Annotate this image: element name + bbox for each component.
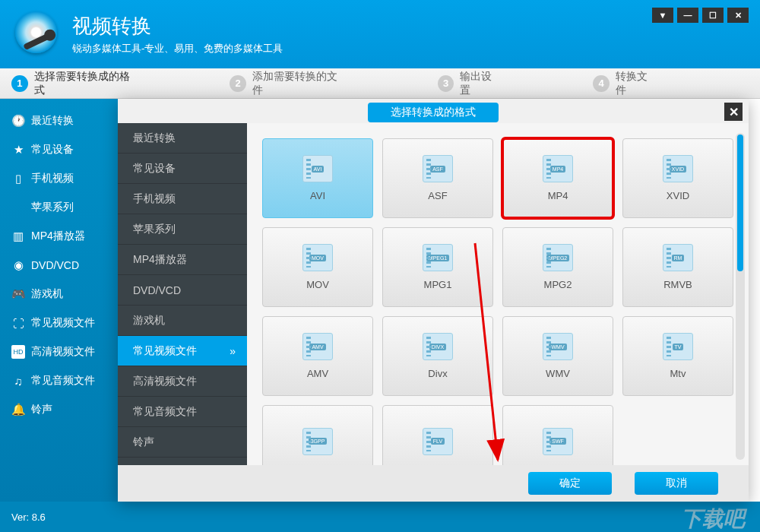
- format-label: WMV: [546, 368, 570, 379]
- step-1[interactable]: 1 选择需要转换成的格式: [11, 70, 138, 97]
- bell-icon: 🔔: [11, 403, 25, 416]
- format-label: AMV: [307, 368, 328, 379]
- cancel-button[interactable]: 取消: [635, 472, 718, 495]
- sidebar-item-audio[interactable]: ♫常见音频文件: [0, 366, 118, 395]
- step-num-badge: 3: [438, 75, 454, 92]
- app-subtitle: 锐动多媒体工具-专业、易用、免费的多媒体工具: [72, 42, 283, 55]
- sidebar-item-dvd[interactable]: ◉DVD/VCD: [0, 251, 118, 280]
- dialog-sidebar-item[interactable]: 游戏机: [118, 306, 247, 336]
- format-card-mov[interactable]: MOVMOV: [262, 227, 373, 307]
- format-card-asf[interactable]: ASFASF: [382, 138, 493, 218]
- dialog-footer: 确定 取消: [118, 465, 749, 502]
- dialog-sidebar-item[interactable]: 常见视频文件: [118, 336, 247, 366]
- dialog-title: 选择转换成的格式: [368, 103, 499, 122]
- sidebar-item-label: MP4播放器: [31, 230, 85, 243]
- sidebar-item-label: 手机视频: [31, 172, 74, 185]
- logo-area: 视频转换 锐动多媒体工具-专业、易用、免费的多媒体工具: [15, 11, 283, 57]
- scrollbar[interactable]: [736, 133, 745, 460]
- dialog-sidebar-item[interactable]: 常见音频文件: [118, 397, 247, 427]
- step-3[interactable]: 3 输出设置: [438, 70, 502, 97]
- format-card-amv[interactable]: AMVAMV: [262, 316, 373, 396]
- format-card-mpg2[interactable]: MPEG2MPG2: [502, 227, 613, 307]
- version-label: Ver: 8.6: [11, 511, 46, 523]
- sidebar-item-label: DVD/VCD: [31, 259, 79, 271]
- sidebar-item-phone[interactable]: ▯手机视频: [0, 164, 118, 193]
- dialog-sidebar-item[interactable]: 铃声: [118, 427, 247, 458]
- dropdown-button[interactable]: ▼: [652, 8, 673, 23]
- step-2[interactable]: 2 添加需要转换的文件: [230, 70, 347, 97]
- dialog-sidebar-item[interactable]: 手机视频: [118, 184, 247, 214]
- sidebar-item-label: 最近转换: [31, 114, 74, 128]
- dialog-sidebar-item[interactable]: 苹果系列: [118, 214, 247, 245]
- dialog-close-button[interactable]: ✕: [724, 103, 743, 121]
- sidebar-item-ringtone[interactable]: 🔔铃声: [0, 395, 118, 424]
- format-file-icon: ASF: [423, 155, 453, 182]
- sidebar-item-game[interactable]: 🎮游戏机: [0, 280, 118, 309]
- minimize-button[interactable]: —: [677, 8, 698, 23]
- hd-icon: HD: [11, 345, 25, 359]
- dialog-sidebar-item[interactable]: 高清视频文件: [118, 366, 247, 397]
- bars-icon: ▥: [11, 230, 25, 243]
- sidebar-item-label: 高清视频文件: [31, 345, 95, 359]
- format-file-icon: TV: [663, 333, 693, 360]
- sidebar-item-label: 常见视频文件: [31, 316, 95, 330]
- music-icon: ♫: [11, 374, 25, 388]
- format-card-rmvb[interactable]: RMRMVB: [622, 227, 733, 307]
- format-file-icon: MPEG2: [543, 244, 573, 271]
- watermark: 下载吧: [681, 505, 745, 532]
- format-card-swf[interactable]: SWF: [502, 405, 613, 465]
- format-card-xvid[interactable]: XVIDXVID: [622, 138, 733, 218]
- scrollbar-thumb[interactable]: [737, 135, 743, 271]
- disc-icon: ◉: [11, 258, 25, 272]
- format-card-wmv[interactable]: WMVWMV: [502, 316, 613, 396]
- footer: Ver: 8.6: [0, 502, 760, 532]
- step-num-badge: 2: [230, 75, 246, 92]
- dialog-titlebar: 选择转换成的格式 ✕: [118, 99, 749, 123]
- format-label: XVID: [667, 190, 689, 201]
- format-card-mp4[interactable]: MP4MP4: [502, 138, 613, 218]
- sidebar-item-hd[interactable]: HD高清视频文件: [0, 337, 118, 366]
- maximize-button[interactable]: ☐: [702, 8, 724, 23]
- step-4[interactable]: 4 转换文件: [593, 70, 657, 97]
- format-card-mtv[interactable]: TVMtv: [622, 316, 733, 396]
- format-label: MOV: [306, 279, 329, 290]
- dialog-sidebar-item[interactable]: 最近转换: [118, 123, 247, 154]
- sidebar-item-mp4player[interactable]: ▥MP4播放器: [0, 222, 118, 251]
- dialog-sidebar-item[interactable]: DVD/VCD: [118, 275, 247, 306]
- sidebar-item-label: 常见音频文件: [31, 374, 95, 388]
- ok-button[interactable]: 确定: [528, 472, 612, 495]
- star-icon: ★: [11, 143, 25, 157]
- format-label: Divx: [428, 368, 447, 379]
- format-card-avi[interactable]: AVIAVI: [262, 138, 373, 218]
- format-card-divx[interactable]: DIVXDivx: [382, 316, 493, 396]
- main-sidebar: 🕐最近转换 ★常见设备 ▯手机视频 苹果系列 ▥MP4播放器 ◉DVD/VCD …: [0, 99, 118, 502]
- sidebar-item-label: 常见设备: [31, 143, 74, 157]
- step-num-badge: 1: [11, 75, 28, 92]
- format-file-icon: MP4: [543, 155, 573, 182]
- format-card-flv[interactable]: FLV: [382, 405, 493, 465]
- dialog-sidebar: 最近转换常见设备手机视频苹果系列MP4播放器DVD/VCD游戏机常见视频文件高清…: [118, 123, 247, 465]
- close-button[interactable]: ✕: [727, 8, 749, 23]
- dialog-sidebar-item[interactable]: 常见设备: [118, 154, 247, 184]
- format-file-icon: MPEG1: [423, 244, 453, 271]
- sidebar-item-apple[interactable]: 苹果系列: [0, 193, 118, 222]
- format-file-icon: FLV: [423, 428, 453, 455]
- format-file-icon: 3GPP: [302, 428, 333, 455]
- format-card-mpg1[interactable]: MPEG1MPG1: [382, 227, 493, 307]
- step-bar: 1 选择需要转换成的格式 2 添加需要转换的文件 3 输出设置 4 转换文件: [0, 68, 760, 99]
- sidebar-item-video[interactable]: ⛶常见视频文件: [0, 309, 118, 337]
- format-card-3gpp[interactable]: 3GPP: [262, 405, 373, 465]
- format-label: AVI: [310, 190, 325, 201]
- format-label: MPG2: [544, 279, 572, 290]
- sidebar-item-recent[interactable]: 🕐最近转换: [0, 106, 118, 135]
- dialog-sidebar-item[interactable]: MP4播放器: [118, 245, 247, 275]
- film-icon: ⛶: [11, 316, 25, 330]
- format-file-icon: AVI: [302, 155, 333, 182]
- step-label: 选择需要转换成的格式: [34, 70, 139, 97]
- apple-icon: [11, 201, 25, 214]
- format-file-icon: AMV: [302, 333, 333, 360]
- format-dialog: 选择转换成的格式 ✕ 最近转换常见设备手机视频苹果系列MP4播放器DVD/VCD…: [118, 99, 749, 502]
- gamepad-icon: 🎮: [11, 287, 25, 301]
- format-file-icon: RM: [663, 244, 693, 271]
- sidebar-item-devices[interactable]: ★常见设备: [0, 135, 118, 164]
